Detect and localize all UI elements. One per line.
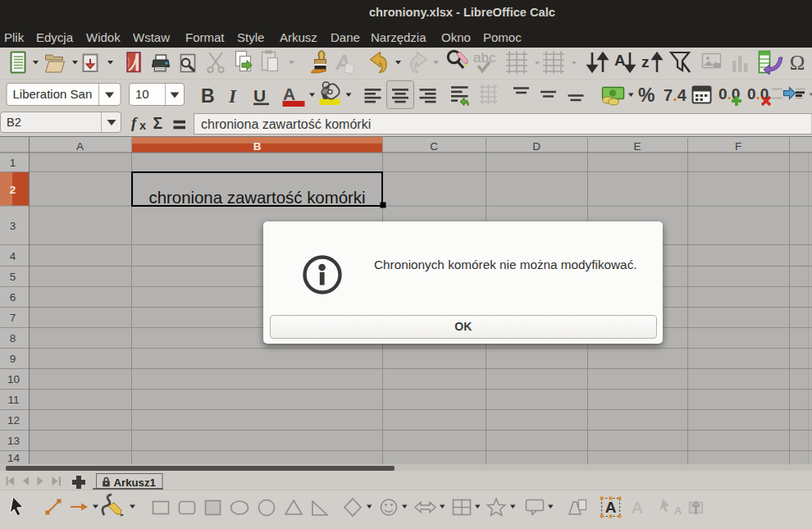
svg-text:A: A — [614, 52, 626, 69]
svg-text:12: 12 — [7, 414, 20, 426]
svg-text:Σ: Σ — [153, 114, 163, 132]
svg-text:C: C — [430, 140, 438, 153]
svg-text:B2: B2 — [7, 116, 21, 129]
svg-text:6: 6 — [10, 291, 16, 303]
svg-text:I: I — [228, 86, 237, 107]
svg-text:D: D — [532, 140, 541, 153]
svg-text:5: 5 — [10, 271, 16, 283]
svg-text:A: A — [632, 499, 643, 517]
svg-text:10: 10 — [7, 373, 20, 385]
svg-text:2: 2 — [10, 184, 16, 196]
svg-text:A: A — [283, 84, 295, 103]
svg-text:13: 13 — [7, 435, 20, 447]
svg-text:B: B — [201, 85, 215, 107]
svg-text:Liberation San: Liberation San — [13, 87, 93, 101]
svg-text:%: % — [638, 84, 655, 106]
svg-text:3: 3 — [10, 220, 16, 232]
svg-text:9: 9 — [10, 353, 16, 365]
svg-text:4: 4 — [10, 250, 16, 262]
svg-text:U: U — [253, 86, 266, 105]
svg-text:chroniona zawartość komórki: chroniona zawartość komórki — [148, 189, 365, 207]
svg-text:7.4: 7.4 — [664, 86, 687, 104]
svg-text:chroniona zawartość komórki: chroniona zawartość komórki — [201, 117, 371, 131]
svg-text:7: 7 — [10, 312, 16, 324]
svg-text:11: 11 — [7, 394, 19, 406]
svg-text:A: A — [674, 504, 682, 517]
svg-text:8: 8 — [10, 332, 16, 344]
svg-text:1: 1 — [10, 157, 16, 169]
svg-text:z: z — [641, 53, 650, 71]
svg-text:B: B — [253, 140, 262, 153]
svg-text:abc: abc — [473, 50, 496, 66]
svg-text:x: x — [139, 119, 146, 132]
svg-text:Arkusz1: Arkusz1 — [114, 477, 156, 489]
svg-text:14: 14 — [7, 452, 21, 464]
svg-text:A: A — [605, 499, 617, 516]
svg-text:F: F — [735, 140, 741, 153]
svg-text:f: f — [131, 114, 138, 131]
svg-text:A: A — [76, 140, 84, 153]
svg-text:Ω: Ω — [790, 52, 805, 74]
svg-text:10: 10 — [135, 87, 149, 101]
svg-text:E: E — [633, 140, 641, 153]
